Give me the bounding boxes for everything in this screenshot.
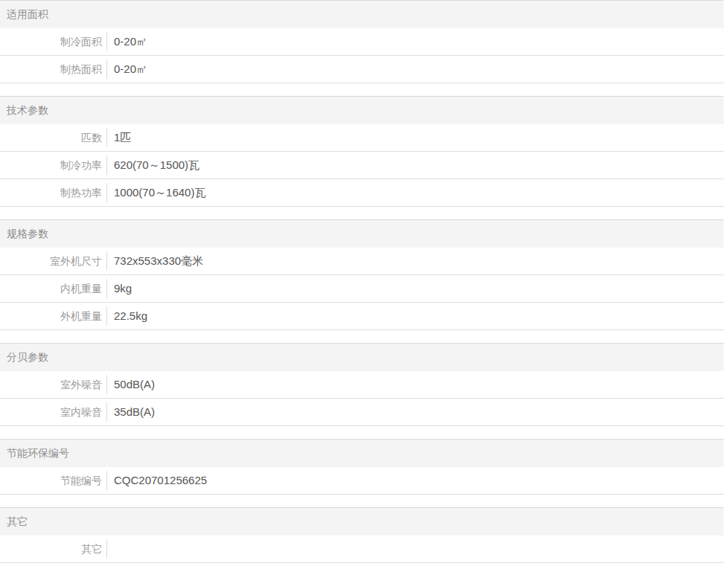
section-title: 其它 [7, 515, 28, 527]
row-value: 22.5kg [107, 303, 724, 329]
row-value: 9kg [107, 275, 724, 302]
spec-table: 适用面积 制冷面积 0-20㎡ 制热面积 0-20㎡ 技术参数 匹数 1匹 制冷… [0, 0, 724, 563]
section-rows: 室外噪音 50dB(A) 室内噪音 35dB(A) [0, 371, 724, 426]
spec-section: 适用面积 制冷面积 0-20㎡ 制热面积 0-20㎡ [0, 0, 724, 83]
spec-section: 分贝参数 室外噪音 50dB(A) 室内噪音 35dB(A) [0, 343, 724, 426]
section-rows: 其它 [0, 536, 724, 563]
section-header: 节能环保编号 [0, 439, 724, 467]
row-label: 室外噪音 [0, 371, 107, 398]
row-label: 其它 [0, 536, 107, 562]
spec-row: 其它 [0, 536, 724, 563]
row-label: 室外机尺寸 [0, 248, 107, 274]
row-label: 匹数 [0, 124, 107, 151]
spec-row: 制热功率 1000(70～1640)瓦 [0, 179, 724, 207]
section-header: 规格参数 [0, 219, 724, 248]
row-value: 0-20㎡ [107, 56, 724, 83]
row-label: 制冷功率 [0, 152, 107, 179]
spec-row: 制热面积 0-20㎡ [0, 56, 724, 83]
row-value [107, 536, 724, 562]
row-value: 620(70～1500)瓦 [107, 152, 724, 179]
spec-row: 制冷功率 620(70～1500)瓦 [0, 152, 724, 179]
row-label: 内机重量 [0, 275, 107, 302]
row-value: 732x553x330毫米 [107, 248, 724, 274]
row-label: 制热功率 [0, 179, 107, 206]
spec-section: 节能环保编号 节能编号 CQC20701256625 [0, 439, 724, 495]
section-header: 其它 [0, 507, 724, 536]
row-label: 室内噪音 [0, 399, 107, 425]
section-title: 分贝参数 [7, 351, 48, 363]
spec-row: 内机重量 9kg [0, 275, 724, 303]
section-rows: 匹数 1匹 制冷功率 620(70～1500)瓦 制热功率 1000(70～16… [0, 124, 724, 207]
product-spec-page: 适用面积 制冷面积 0-20㎡ 制热面积 0-20㎡ 技术参数 匹数 1匹 制冷… [0, 0, 728, 566]
row-value: 1000(70～1640)瓦 [107, 179, 724, 206]
spec-row: 制冷面积 0-20㎡ [0, 28, 724, 56]
spec-row: 室外机尺寸 732x553x330毫米 [0, 248, 724, 275]
spec-row: 室外噪音 50dB(A) [0, 371, 724, 399]
section-title: 规格参数 [7, 228, 48, 239]
spec-row: 节能编号 CQC20701256625 [0, 467, 724, 495]
section-title: 节能环保编号 [7, 447, 69, 459]
section-rows: 节能编号 CQC20701256625 [0, 467, 724, 495]
section-header: 技术参数 [0, 96, 724, 124]
section-title: 适用面积 [7, 8, 48, 20]
section-rows: 制冷面积 0-20㎡ 制热面积 0-20㎡ [0, 28, 724, 83]
spec-section: 规格参数 室外机尺寸 732x553x330毫米 内机重量 9kg 外机重量 2… [0, 219, 724, 330]
row-label: 制冷面积 [0, 28, 107, 55]
row-value: 0-20㎡ [107, 28, 724, 55]
spec-row: 匹数 1匹 [0, 124, 724, 152]
row-value: 50dB(A) [107, 371, 724, 398]
spec-section: 其它 其它 [0, 507, 724, 563]
section-rows: 室外机尺寸 732x553x330毫米 内机重量 9kg 外机重量 22.5kg [0, 248, 724, 330]
row-value: CQC20701256625 [107, 467, 724, 494]
row-label: 节能编号 [0, 467, 107, 494]
spec-section: 技术参数 匹数 1匹 制冷功率 620(70～1500)瓦 制热功率 1000(… [0, 96, 724, 207]
row-label: 制热面积 [0, 56, 107, 83]
section-title: 技术参数 [7, 104, 48, 116]
section-header: 适用面积 [0, 0, 724, 28]
spec-row: 外机重量 22.5kg [0, 303, 724, 330]
section-header: 分贝参数 [0, 343, 724, 371]
row-label: 外机重量 [0, 303, 107, 329]
row-value: 35dB(A) [107, 399, 724, 425]
spec-row: 室内噪音 35dB(A) [0, 399, 724, 426]
row-value: 1匹 [107, 124, 724, 151]
